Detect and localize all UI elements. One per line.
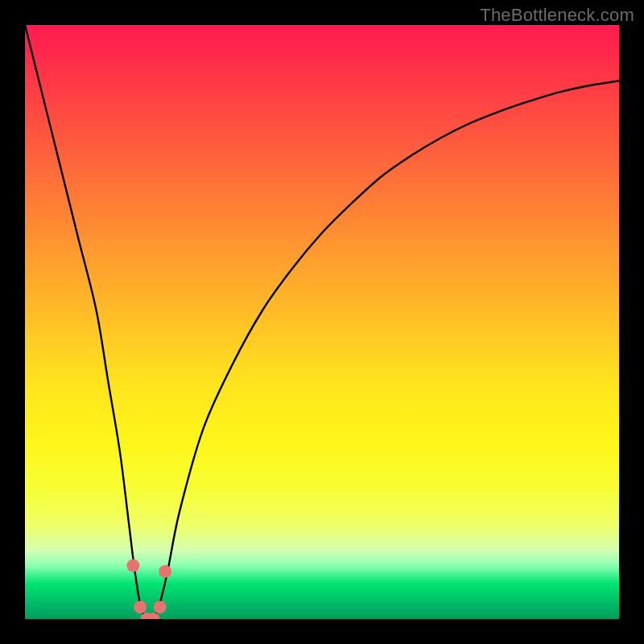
bottleneck-curve bbox=[25, 25, 619, 619]
highlight-marker bbox=[140, 613, 153, 619]
chart-svg bbox=[25, 25, 619, 619]
watermark-label: TheBottleneck.com bbox=[480, 5, 634, 26]
highlight-marker bbox=[154, 601, 167, 613]
highlight-marker bbox=[147, 613, 159, 619]
outer-frame: TheBottleneck.com bbox=[0, 0, 644, 644]
highlight-markers bbox=[126, 559, 171, 619]
plot-area bbox=[25, 25, 619, 619]
highlight-marker bbox=[134, 601, 147, 613]
highlight-marker bbox=[159, 565, 171, 578]
highlight-marker bbox=[126, 559, 139, 572]
